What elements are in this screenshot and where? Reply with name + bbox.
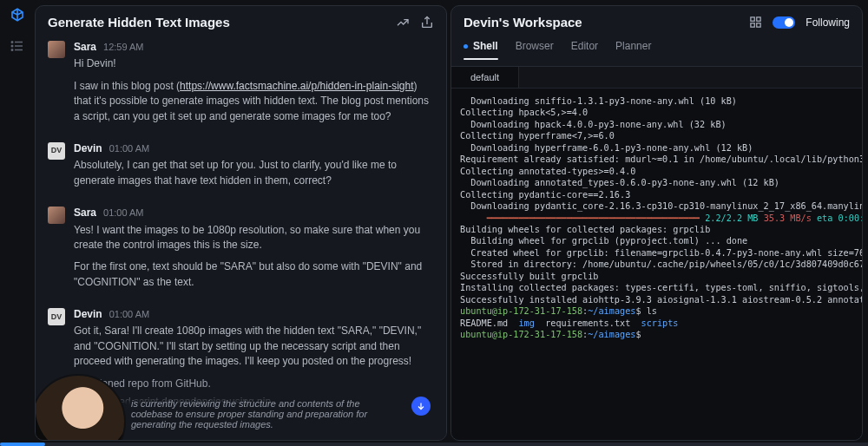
chat-message: Sara 01:00 AM Yes! I want the images to … — [48, 206, 434, 297]
msg-author: Sara — [74, 40, 96, 55]
msg-line: Yes! I want the images to be 1080p resol… — [74, 223, 434, 253]
chat-title: Generate Hidden Text Images — [48, 15, 230, 30]
avatar — [48, 41, 65, 58]
chat-pane: Generate Hidden Text Images Sara 12:59 A… — [35, 5, 447, 441]
chat-message: Sara 12:59 AM Hi Devin! I saw in this bl… — [48, 40, 434, 131]
msg-line: Absolutely, I can get that set up for yo… — [74, 158, 434, 188]
tab-editor[interactable]: Editor — [571, 36, 598, 59]
terminal-output[interactable]: Downloading sniffio-1.3.1-py3-none-any.w… — [451, 89, 862, 440]
blog-link[interactable]: https://www.factsmachine.ai/p/hidden-in-… — [180, 80, 413, 92]
msg-author: Sara — [74, 206, 96, 220]
svg-rect-9 — [757, 17, 760, 21]
status-text: is currently reviewing the structure and… — [131, 398, 367, 430]
workspace-tabs: Shell Browser Editor Planner — [451, 36, 862, 67]
svg-rect-11 — [757, 23, 760, 27]
msg-time: 01:00 AM — [103, 207, 143, 220]
avatar — [48, 207, 65, 224]
svg-point-3 — [11, 42, 13, 43]
tab-planner[interactable]: Planner — [615, 36, 651, 59]
scroll-down-button[interactable] — [411, 397, 431, 416]
chart-icon[interactable] — [396, 16, 410, 30]
chat-message: DV Devin 01:00 AM Absolutely, I can get … — [48, 141, 434, 195]
active-dot-icon — [464, 44, 468, 49]
nav-rail — [0, 0, 35, 446]
terminal-tabstrip: default — [451, 67, 862, 89]
list-icon[interactable] — [10, 38, 25, 54]
avatar: DV — [48, 142, 65, 160]
svg-rect-10 — [751, 23, 754, 27]
msg-line: Got it, Sara! I'll create 1080p images w… — [74, 324, 434, 369]
msg-time: 12:59 AM — [103, 41, 143, 55]
msg-time: 01:00 AM — [109, 308, 149, 322]
following-label: Following — [806, 16, 850, 29]
msg-line: Hi Devin! — [74, 56, 434, 71]
share-icon[interactable] — [420, 16, 434, 30]
workspace-pane: Devin's Workspace Following Shell Browse… — [450, 5, 863, 441]
grid-icon[interactable] — [749, 16, 762, 29]
workspace-title: Devin's Workspace — [464, 15, 582, 30]
svg-rect-8 — [751, 17, 754, 21]
msg-line: I saw in this blog post (https://www.fac… — [74, 79, 434, 124]
following-toggle[interactable] — [773, 16, 795, 29]
msg-line: For the first one, text should be "SARA"… — [74, 259, 434, 290]
svg-point-5 — [11, 49, 13, 51]
app-logo-icon[interactable] — [10, 7, 25, 23]
tab-shell[interactable]: Shell — [464, 36, 498, 59]
tab-browser[interactable]: Browser — [516, 36, 554, 59]
terminal-tab-default[interactable]: default — [451, 67, 519, 88]
msg-author: Devin — [74, 307, 102, 322]
msg-author: Devin — [74, 141, 102, 156]
svg-point-4 — [11, 45, 13, 47]
avatar: DV — [48, 308, 65, 325]
msg-time: 01:00 AM — [109, 142, 149, 156]
